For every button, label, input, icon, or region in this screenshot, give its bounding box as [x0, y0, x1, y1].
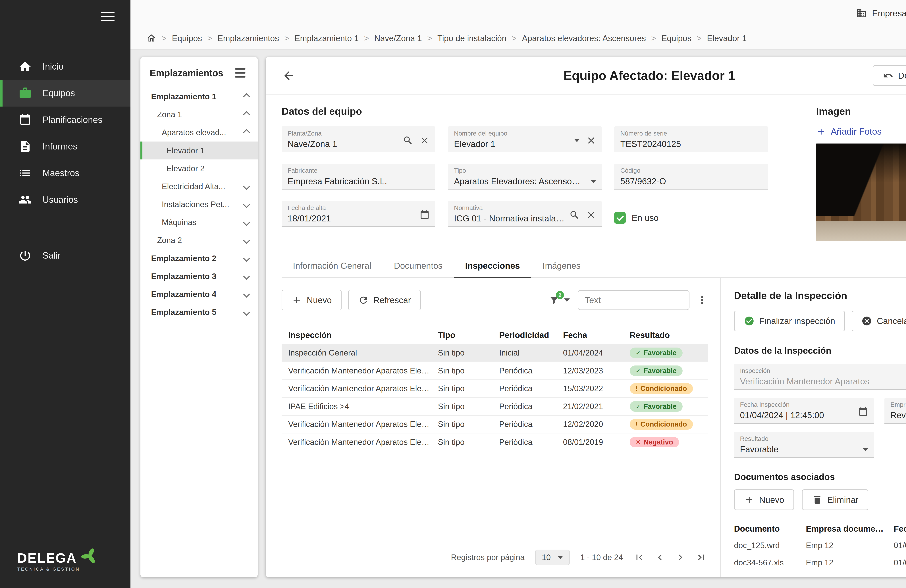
tree-item[interactable]: Instalaciones Pet... [140, 196, 258, 214]
undo-button[interactable]: Deshacer [873, 65, 906, 86]
document-row[interactable]: doc_125.wrd Emp 12 01/04/2024 Sí [734, 537, 906, 554]
refresh-icon [358, 295, 369, 306]
refresh-button[interactable]: Refrescar [348, 290, 421, 311]
tree-item[interactable]: Elevador 2 [140, 159, 258, 177]
field-numero-serie[interactable]: Número de serie TEST20240125 [614, 126, 768, 152]
breadcrumb-item[interactable]: Aparatos elevadores: Ascensores [506, 33, 646, 43]
page-range: 1 - 10 de 24 [581, 553, 623, 562]
sidebar-item[interactable]: Usuarios [0, 186, 131, 213]
breadcrumb-item[interactable]: Nave/Zona 1 [359, 33, 422, 43]
breadcrumb-item[interactable]: Equipos [156, 33, 202, 43]
tree-item-label: Elevador 1 [166, 146, 204, 155]
breadcrumb-item[interactable]: Equipos [646, 33, 691, 43]
field-normativa[interactable]: Normativa ICG 01 - Normativa instalad... [448, 201, 602, 227]
inspection-row[interactable]: Verificación Mantenedor Aparatos Elevado… [282, 416, 708, 433]
tab[interactable]: Imágenes [531, 255, 592, 278]
inspection-row[interactable]: Verificación Mantenedor Aparatos Elevado… [282, 362, 708, 380]
sidebar-item[interactable]: Maestros [0, 160, 131, 186]
cancel-inspection-button[interactable]: Cancelar inspección [852, 311, 906, 331]
sidebar-item[interactable]: Equipos [0, 80, 131, 107]
home-icon[interactable] [147, 33, 156, 43]
dropdown-caret-icon[interactable] [574, 139, 580, 142]
tree-item[interactable]: Zona 2 [140, 231, 258, 249]
sidebar-item[interactable]: Inicio [0, 53, 131, 80]
inspection-row[interactable]: Verificación Mantenedor Aparatos Elevado… [282, 433, 708, 451]
tab[interactable]: Documentos [383, 255, 454, 278]
company-name: Empresa 1 [872, 8, 906, 18]
dropdown-caret-icon[interactable] [863, 448, 868, 451]
sidebar: Inicio Equipos Planificaciones Informes … [0, 0, 131, 588]
tab[interactable]: Inspecciones [454, 255, 531, 278]
last-page-icon[interactable] [695, 552, 707, 563]
field-nombre-equipo[interactable]: Nombre del equipo Elevador 1 [448, 126, 602, 152]
logo-leaf-icon [81, 547, 98, 565]
field-fecha-inspeccion[interactable]: Fecha Inspección 01/04/2024 | 12:45:00 [734, 398, 874, 424]
dropdown-caret-icon[interactable] [590, 180, 597, 183]
en-uso-checkbox[interactable] [614, 212, 625, 223]
tree-item[interactable]: Emplazamiento 5 [140, 303, 258, 321]
chevron-icon [243, 93, 250, 100]
section-title-equipment: Datos del equipo [282, 105, 768, 117]
inspection-row[interactable]: Verificación Mantenedor Aparatos Elevado… [282, 380, 708, 398]
sidebar-item[interactable]: Planificaciones [0, 107, 131, 133]
tree-item[interactable]: Emplazamiento 1 [140, 88, 258, 105]
tree-item[interactable]: Zona 1 [140, 106, 258, 124]
tab[interactable]: Información General [282, 255, 383, 278]
search-icon[interactable] [569, 210, 580, 220]
inspection-row[interactable]: IPAE Edificios >4 Sin tipo Periódica 21/… [282, 398, 708, 416]
sidebar-item-label: Informes [42, 141, 77, 152]
prev-page-icon[interactable] [654, 552, 665, 563]
next-page-icon[interactable] [675, 552, 686, 563]
field-codigo[interactable]: Código 587/9632-O [614, 164, 768, 190]
tree-item-label: Máquinas [162, 218, 196, 227]
new-inspection-button[interactable]: Nuevo [282, 290, 341, 311]
chevron-icon [243, 273, 250, 280]
sidebar-item-salir[interactable]: Salir [0, 242, 131, 269]
more-options-icon[interactable] [696, 294, 708, 306]
sidebar-item[interactable]: Informes [0, 133, 131, 160]
search-input[interactable] [577, 290, 689, 310]
tree-item[interactable]: Emplazamiento 3 [140, 267, 258, 285]
delete-document-button[interactable]: Eliminar [802, 489, 868, 510]
inspection-row[interactable]: Inspección General Sin tipo Inicial 01/0… [282, 344, 708, 362]
company-selector[interactable]: Empresa 1 [856, 8, 906, 19]
field-fabricante[interactable]: Fabricante Empresa Fabricación S.L. [282, 164, 435, 190]
breadcrumb-item[interactable]: Emplazamiento 1 [279, 33, 359, 43]
tree-item[interactable]: Emplazamiento 2 [140, 249, 258, 267]
filter-control[interactable]: 2 [549, 295, 570, 306]
locations-menu-icon[interactable] [235, 65, 248, 80]
field-planta-zona[interactable]: Planta/Zona Nave/Zona 1 [282, 126, 435, 152]
sidebar-item-label: Maestros [42, 168, 79, 178]
locations-panel: Emplazamientos Emplazamiento 1 Zona 1 Ap… [140, 57, 258, 577]
tree-item[interactable]: Elevador 1 [140, 142, 258, 159]
tree-item[interactable]: Máquinas [140, 214, 258, 231]
field-fecha-alta[interactable]: Fecha de alta 18/01/2021 [282, 201, 435, 227]
document-row[interactable]: doc34-567.xls Emp 12 01/04/2024 No [734, 554, 906, 571]
filter-badge: 2 [556, 291, 564, 299]
calendar-icon[interactable] [419, 210, 430, 220]
field-resultado[interactable]: Resultado Favorable [734, 432, 874, 457]
tree-item[interactable]: Electricidad Alta... [140, 177, 258, 195]
search-icon[interactable] [403, 135, 413, 146]
breadcrumb-item[interactable]: Tipo de instalación [422, 33, 506, 43]
clear-icon[interactable] [586, 210, 597, 220]
field-tipo[interactable]: Tipo Aparatos Elevadores: Ascensores [448, 164, 602, 190]
tree-item[interactable]: Aparatos elevad... [140, 124, 258, 142]
result-badge: Favorable [630, 347, 683, 358]
tree-item[interactable]: Emplazamiento 4 [140, 285, 258, 303]
first-page-icon[interactable] [634, 552, 645, 563]
logo-tagline: TÉCNICA & GESTIÓN [18, 567, 131, 572]
per-page-select[interactable]: 10 [535, 550, 570, 565]
breadcrumb-item[interactable]: Elevador 1 [691, 33, 747, 43]
finish-inspection-button[interactable]: Finalizar inspección [734, 311, 845, 331]
new-document-button[interactable]: Nuevo [734, 489, 794, 510]
back-button[interactable] [279, 65, 299, 86]
breadcrumb-item[interactable]: Emplazamientos [202, 33, 279, 43]
clear-icon[interactable] [419, 135, 430, 146]
sidebar-collapse-icon[interactable] [101, 9, 114, 24]
add-photos-button[interactable]: Añadir Fotos [816, 126, 906, 137]
locations-title: Emplazamientos [150, 68, 223, 78]
field-empresa-revisora[interactable]: Empresa Revisora Revisiones S.A. [884, 398, 906, 424]
calendar-icon[interactable] [858, 406, 868, 417]
clear-icon[interactable] [586, 135, 597, 146]
